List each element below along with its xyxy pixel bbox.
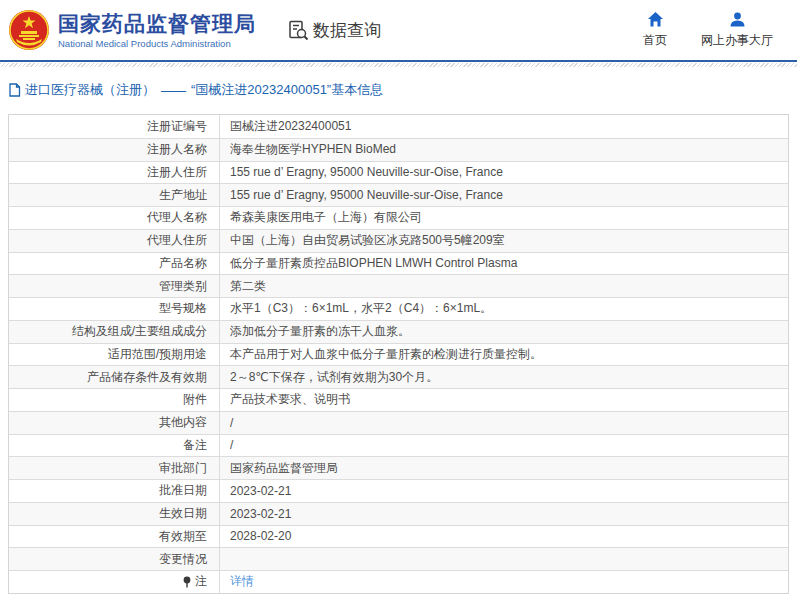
table-row: 生产地址155 rue d’ Eragny, 95000 Neuville-su… (9, 183, 788, 206)
org-name-en: National Medical Products Administration (58, 38, 256, 49)
nav-service-hall-label: 网上办事大厅 (701, 32, 773, 49)
row-value: 第二类 (219, 275, 788, 297)
row-label: 审批部门 (9, 457, 219, 479)
row-label-text: 批准日期 (159, 482, 207, 499)
breadcrumb-dash: —— (161, 83, 185, 98)
row-value: 2023-02-21 (219, 480, 788, 502)
row-label-text: 管理类别 (159, 278, 207, 295)
row-label-text: 审批部门 (159, 460, 207, 477)
row-label: 代理人住所 (9, 230, 219, 252)
row-label: 附件 (9, 389, 219, 411)
row-label: 有效期至 (9, 526, 219, 548)
row-label-text: 其他内容 (159, 414, 207, 431)
hatch-band (0, 63, 797, 67)
row-value: 海奉生物医学HYPHEN BioMed (219, 139, 788, 161)
breadcrumb: 进口医疗器械（注册） —— “国械注进20232400051”基本信息 (8, 81, 789, 99)
row-label-text: 有效期至 (159, 528, 207, 545)
row-label: 适用范围/预期用途 (9, 344, 219, 366)
row-value: 2～8℃下保存，试剂有效期为30个月。 (219, 366, 788, 388)
row-label-text: 适用范围/预期用途 (108, 346, 207, 363)
row-value: 低分子量肝素质控品BIOPHEN LMWH Control Plasma (219, 253, 788, 275)
row-label: 注 (9, 571, 219, 593)
row-label-text: 备注 (183, 437, 207, 454)
row-label: 注册证编号 (9, 115, 219, 138)
row-label: 代理人名称 (9, 207, 219, 229)
page: 国家药品监督管理局 National Medical Products Admi… (0, 0, 797, 599)
logo-block[interactable]: 国家药品监督管理局 National Medical Products Admi… (8, 9, 256, 51)
national-emblem-logo (8, 9, 50, 51)
row-value: 详情 (219, 571, 788, 593)
row-value: 国家药品监督管理局 (219, 457, 788, 479)
row-label: 生产地址 (9, 184, 219, 206)
info-table: 注册证编号国械注进20232400051注册人名称海奉生物医学HYPHEN Bi… (8, 114, 789, 594)
row-value: 希森美康医用电子（上海）有限公司 (219, 207, 788, 229)
row-label-text: 注册人名称 (147, 141, 207, 158)
row-value: / (219, 412, 788, 434)
row-label-text: 结构及组成/主要组成成分 (72, 323, 207, 340)
nav-home[interactable]: 首页 (643, 11, 667, 49)
header-divider-line (0, 60, 797, 62)
row-label-text: 型号规格 (159, 300, 207, 317)
row-label: 批准日期 (9, 480, 219, 502)
table-row: 注详情 (9, 570, 788, 593)
row-label-text: 代理人住所 (147, 232, 207, 249)
row-label-text: 代理人名称 (147, 209, 207, 226)
data-query-label: 数据查询 (313, 19, 381, 42)
table-row: 备注/ (9, 434, 788, 457)
table-row: 注册人住所155 rue d’ Eragny, 95000 Neuville-s… (9, 161, 788, 184)
nav-service-hall[interactable]: 网上办事大厅 (701, 11, 773, 49)
row-label: 注册人名称 (9, 139, 219, 161)
data-query-section[interactable]: 数据查询 (288, 19, 381, 42)
table-row: 生效日期2023-02-21 (9, 502, 788, 525)
row-value: 水平1（C3）：6×1mL，水平2（C4）：6×1mL。 (219, 298, 788, 320)
row-value: 产品技术要求、说明书 (219, 389, 788, 411)
row-value: 155 rue d’ Eragny, 95000 Neuville-sur-Oi… (219, 184, 788, 206)
nav-home-label: 首页 (643, 32, 667, 49)
details-link[interactable]: 详情 (230, 573, 254, 590)
table-row: 代理人住所中国（上海）自由贸易试验区冰克路500号5幢209室 (9, 229, 788, 252)
row-label: 其他内容 (9, 412, 219, 434)
table-row: 型号规格水平1（C3）：6×1mL，水平2（C4）：6×1mL。 (9, 297, 788, 320)
table-row: 审批部门国家药品监督管理局 (9, 456, 788, 479)
row-value: / (219, 435, 788, 457)
row-label-text: 产品储存条件及有效期 (87, 369, 207, 386)
row-label: 变更情况 (9, 548, 219, 570)
table-row: 注册人名称海奉生物医学HYPHEN BioMed (9, 138, 788, 161)
row-label-text: 生产地址 (159, 187, 207, 204)
row-label: 结构及组成/主要组成成分 (9, 321, 219, 343)
home-icon (647, 11, 664, 28)
row-label-text: 注册证编号 (147, 118, 207, 135)
row-label: 注册人住所 (9, 162, 219, 184)
note-icon (182, 576, 192, 588)
row-value: 添加低分子量肝素的冻干人血浆。 (219, 321, 788, 343)
breadcrumb-category[interactable]: 进口医疗器械（注册） (25, 81, 155, 99)
document-icon (8, 83, 21, 97)
row-label: 产品名称 (9, 253, 219, 275)
table-row: 产品名称低分子量肝素质控品BIOPHEN LMWH Control Plasma (9, 252, 788, 275)
row-value: 2028-02-20 (219, 526, 788, 548)
table-row: 有效期至2028-02-20 (9, 525, 788, 548)
row-label: 型号规格 (9, 298, 219, 320)
table-row: 适用范围/预期用途本产品用于对人血浆中低分子量肝素的检测进行质量控制。 (9, 343, 788, 366)
org-names: 国家药品监督管理局 National Medical Products Admi… (58, 12, 256, 49)
table-row: 管理类别第二类 (9, 274, 788, 297)
row-label-text: 产品名称 (159, 255, 207, 272)
breadcrumb-title: “国械注进20232400051”基本信息 (191, 81, 383, 99)
row-label-text: 生效日期 (159, 505, 207, 522)
row-label: 管理类别 (9, 275, 219, 297)
row-value: 155 rue d’ Eragny, 95000 Neuville-sur-Oi… (219, 162, 788, 184)
row-label-text: 变更情况 (159, 551, 207, 568)
table-row: 注册证编号国械注进20232400051 (9, 115, 788, 138)
data-query-icon (288, 20, 309, 41)
top-nav: 首页 网上办事大厅 (643, 11, 773, 49)
org-name-cn: 国家药品监督管理局 (58, 12, 256, 36)
row-label-text: 注 (195, 573, 207, 590)
row-label: 产品储存条件及有效期 (9, 366, 219, 388)
table-row: 变更情况 (9, 547, 788, 570)
table-row: 产品储存条件及有效期2～8℃下保存，试剂有效期为30个月。 (9, 365, 788, 388)
table-row: 批准日期2023-02-21 (9, 479, 788, 502)
row-value: 2023-02-21 (219, 503, 788, 525)
row-label: 备注 (9, 435, 219, 457)
row-label: 生效日期 (9, 503, 219, 525)
table-row: 其他内容/ (9, 411, 788, 434)
